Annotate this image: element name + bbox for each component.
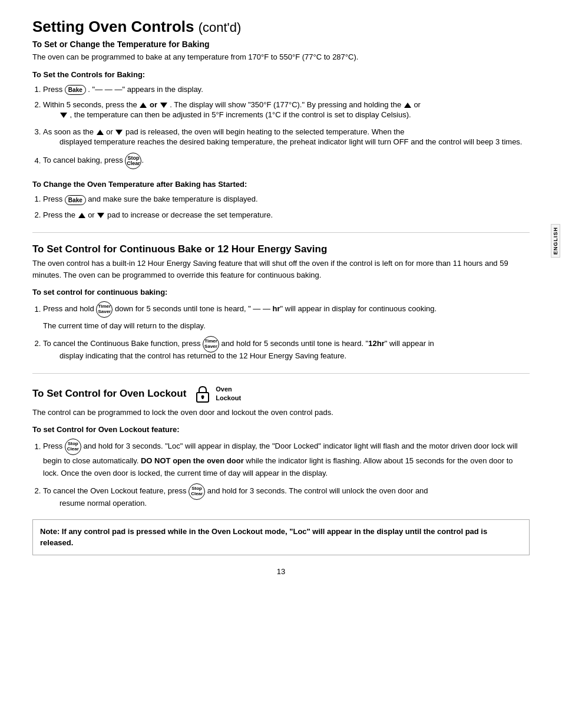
section-baking: To Set or Change the Temperature for Bak… <box>32 39 530 169</box>
continuous-sub-heading: To set control for continuous baking: <box>32 288 530 297</box>
lock-svg <box>194 384 211 403</box>
baking-step-2: Within 5 seconds, press the or . The dis… <box>43 99 530 121</box>
section-change-temp: To Change the Oven Temperature after Bak… <box>32 180 530 222</box>
main-title: Setting Oven Controls (cont'd) <box>32 18 530 36</box>
step2-continuation: , the temperature can then be adjusted i… <box>59 109 530 121</box>
arrow-down-icon-3 <box>115 130 123 135</box>
lockout-lock-icon <box>194 384 211 403</box>
section-divider-1 <box>32 232 530 233</box>
continuous-steps: Press and hold TimerSaver down for 5 sec… <box>43 301 530 363</box>
continuous-step-2: To cancel the Continuous Bake function, … <box>43 336 530 363</box>
bake-button-2: Bake <box>65 195 86 205</box>
lockout-sub-heading: To set Control for Oven Lockout feature: <box>32 425 530 434</box>
page-number: 13 <box>32 567 530 576</box>
step1-cont-line: The current time of day will return to t… <box>43 320 530 332</box>
lockout-heading: To Set Control for Oven Lockout <box>32 388 186 400</box>
stop-clear-button-2: StopClear <box>65 439 81 455</box>
arrow-up-icon-3 <box>97 130 104 135</box>
lockout-step2-cont: resume normal operation. <box>59 498 530 510</box>
baking-intro: The oven can be programmed to bake at an… <box>32 51 530 63</box>
note-text: Note: If any control pad is pressed whil… <box>40 527 487 548</box>
page-content: ENGLISH Setting Oven Controls (cont'd) T… <box>0 0 562 599</box>
continuous-step-1: Press and hold TimerSaver down for 5 sec… <box>43 301 530 332</box>
bake-button: Bake <box>65 85 86 95</box>
title-suffix: (cont'd) <box>199 20 242 35</box>
arrow-down-icon <box>160 103 167 108</box>
stop-clear-button: StopClear <box>125 153 141 169</box>
section-divider-2 <box>32 373 530 374</box>
lockout-intro: The control can be programmed to lock th… <box>32 407 530 419</box>
baking-step-4: To cancel baking, press StopClear. <box>43 153 530 169</box>
side-tab: ENGLISH <box>549 224 562 258</box>
lockout-heading-row: To Set Control for Oven Lockout <box>32 384 530 403</box>
svg-rect-2 <box>202 397 204 399</box>
arrow-up-icon-4 <box>78 213 85 218</box>
baking-sub-heading: To Set the Controls for Baking: <box>32 70 530 79</box>
side-tab-label: ENGLISH <box>551 224 560 258</box>
change-temp-step-2: Press the or pad to increase or decrease… <box>43 209 530 222</box>
stop-clear-button-3: StopClear <box>189 483 205 500</box>
baking-heading: To Set or Change the Temperature for Bak… <box>32 39 530 49</box>
baking-steps-list: Press Bake . "— — —" appears in the disp… <box>43 84 530 170</box>
timer-saver-button-1: TimerSaver <box>96 301 113 318</box>
change-temp-heading: To Change the Oven Temperature after Bak… <box>32 180 530 189</box>
arrow-up-icon-2 <box>404 103 411 108</box>
continuous-heading: To Set Control for Continuous Bake or 12… <box>32 243 530 255</box>
lockout-step-2: To cancel the Oven Lockout feature, pres… <box>43 483 530 510</box>
lockout-note: Note: If any control pad is pressed whil… <box>32 519 530 555</box>
lockout-steps: Press StopClear and hold for 3 seconds. … <box>43 439 530 509</box>
change-temp-steps: Press Bake and make sure the bake temper… <box>43 193 530 222</box>
step3-continuation: displayed temperature reaches the desire… <box>59 136 530 149</box>
arrow-down-icon-4 <box>97 213 104 218</box>
arrow-down-icon-2 <box>60 113 67 118</box>
section-lockout: To Set Control for Oven Lockout <box>32 384 530 555</box>
baking-step-1: Press Bake . "— — —" appears in the disp… <box>43 84 530 96</box>
title-text: Setting Oven Controls <box>32 18 194 35</box>
baking-step-3: As soon as the or pad is released, the o… <box>43 126 530 149</box>
section-continuous: To Set Control for Continuous Bake or 12… <box>32 243 530 363</box>
continuous-intro: The oven control has a built-in 12 Hour … <box>32 258 530 281</box>
lockout-label: OvenLockout <box>216 385 241 402</box>
lockout-icon-group: OvenLockout <box>194 384 241 403</box>
do-not-warning: DO NOT open the oven door <box>141 456 244 465</box>
step2-cont-line: display indicating that the control has … <box>59 350 530 363</box>
arrow-up-icon <box>140 103 147 108</box>
lockout-step-1: Press StopClear and hold for 3 seconds. … <box>43 439 530 480</box>
change-temp-step-1: Press Bake and make sure the bake temper… <box>43 193 530 206</box>
